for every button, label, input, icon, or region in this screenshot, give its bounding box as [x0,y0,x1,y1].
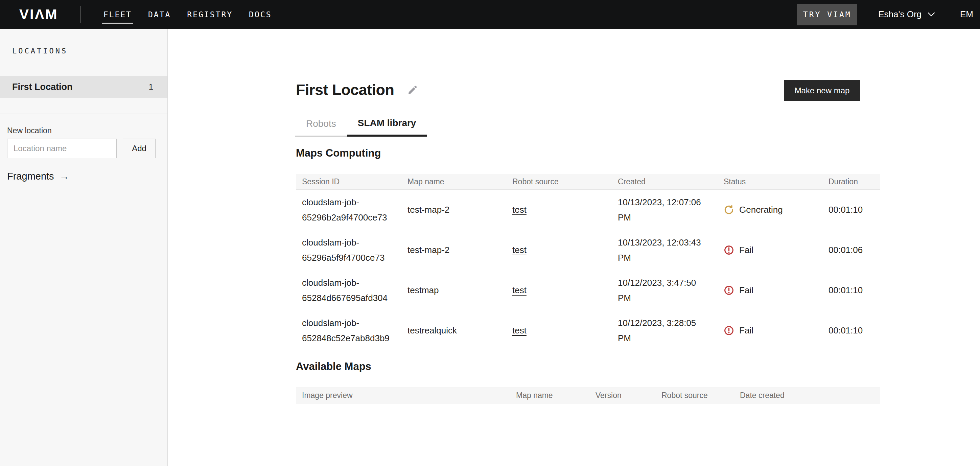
arrow-right-icon: → [59,171,69,182]
table-row: cloudslam-job-65296b2a9f4700ce73 test-ma… [296,190,880,230]
column-header-map-name: Map name [407,177,512,186]
duration-cell: 00:01:06 [829,242,880,258]
top-nav: VIΛM FLEET DATA REGISTRY DOCS TRY VIAM E… [0,0,980,29]
tab-robots[interactable]: Robots [295,111,347,137]
maps-computing-body: cloudslam-job-65296b2a9f4700ce73 test-ma… [296,190,880,351]
status-cell: Fail [724,242,829,258]
page-title-row: First Location [296,81,418,99]
robot-source-link[interactable]: test [512,325,527,336]
robot-source-link[interactable]: test [512,285,527,295]
available-maps-header-row: Image preview Map name Version Robot sou… [296,388,880,404]
column-header-robot-source: Robot source [512,177,618,186]
table-row: cloudslam-job-652848c52e7ab8d3b9 testrea… [296,310,880,351]
maps-computing-table: Session ID Map name Robot source Created… [296,174,880,351]
status-label: Fail [739,283,753,298]
status-cell: Fail [724,323,829,338]
nav-item-fleet[interactable]: FLEET [103,0,132,29]
status-cell: Fail [724,283,829,298]
nav-item-docs[interactable]: DOCS [249,0,272,29]
nav-item-registry[interactable]: REGISTRY [187,0,233,29]
column-header-map-name: Map name [516,391,595,400]
error-icon [724,325,734,336]
created-cell: 10/13/2023, 12:03:43 PM [618,235,724,265]
locations-sidebar: LOCATIONS First Location 1 New location … [0,29,168,466]
column-header-status: Status [724,177,829,186]
viam-logo[interactable]: VIΛM [19,8,58,22]
table-row: cloudslam-job-65284d667695afd304 testmap… [296,270,880,310]
make-new-map-button[interactable]: Make new map [784,80,860,101]
location-tabs: Robots SLAM library [295,111,427,137]
maps-computing-heading: Maps Computing [296,147,381,159]
map-name-cell: test-map-2 [407,242,512,258]
robot-source-link[interactable]: test [512,245,527,255]
available-maps-table: Image preview Map name Version Robot sou… [296,388,880,466]
table-row: cloudslam-job-65296a5f9f4700ce73 test-ma… [296,230,880,270]
column-header-image-preview: Image preview [302,391,516,400]
duration-cell: 00:01:10 [829,283,880,298]
status-label: Fail [739,323,753,338]
created-cell: 10/13/2023, 12:07:06 PM [618,195,724,225]
created-cell: 10/12/2023, 3:47:50 PM [618,275,724,305]
map-name-cell: testmap [407,283,512,298]
edit-location-name-button[interactable] [407,84,418,95]
created-cell: 10/12/2023, 3:28:05 PM [618,315,724,346]
org-name: Esha's Org [878,9,921,20]
location-robot-count: 1 [149,82,153,92]
new-location-label: New location [7,126,52,135]
pencil-icon [407,84,418,95]
status-label: Fail [739,242,753,258]
try-viam-button[interactable]: TRY VIAM [797,4,857,25]
location-item-first-location[interactable]: First Location 1 [0,76,167,98]
error-icon [724,285,734,296]
session-id-cell: cloudslam-job-65284d667695afd304 [302,275,407,305]
location-name: First Location [12,82,73,92]
sidebar-divider [0,114,167,114]
session-id-cell: cloudslam-job-65296b2a9f4700ce73 [302,195,407,225]
column-header-duration: Duration [829,177,880,186]
tab-slam-library[interactable]: SLAM library [347,111,427,137]
refresh-icon [724,205,734,215]
nav-item-data[interactable]: DATA [148,0,171,29]
session-id-cell: cloudslam-job-652848c52e7ab8d3b9 [302,315,407,346]
robot-source-link[interactable]: test [512,205,527,215]
error-icon [724,245,734,255]
available-maps-body [296,404,880,466]
column-header-created: Created [618,177,724,186]
duration-cell: 00:01:10 [829,323,880,338]
column-header-version: Version [595,391,662,400]
locations-heading: LOCATIONS [12,47,68,55]
fragments-link[interactable]: Fragments → [7,171,69,182]
user-menu[interactable]: EM [960,9,973,20]
available-maps-heading: Available Maps [296,361,371,373]
page-title: First Location [296,81,394,99]
nav-right-group: TRY VIAM Esha's Org EM [797,4,980,25]
status-cell: Generating [724,202,829,218]
column-header-date-created: Date created [740,391,880,400]
map-name-cell: testrealquick [407,323,512,338]
column-header-session-id: Session ID [302,177,407,186]
maps-computing-header-row: Session ID Map name Robot source Created… [296,174,880,190]
duration-cell: 00:01:10 [829,202,880,218]
add-location-button[interactable]: Add [123,138,156,158]
fragments-label: Fragments [7,171,54,182]
primary-nav: FLEET DATA REGISTRY DOCS [103,0,272,29]
main-content: First Location Make new map Robots SLAM … [168,29,980,466]
new-location-input[interactable] [7,138,117,158]
status-label: Generating [739,202,783,218]
map-name-cell: test-map-2 [407,202,512,218]
org-switcher[interactable]: Esha's Org [878,9,935,20]
chevron-down-icon [928,12,935,17]
column-header-robot-source: Robot source [662,391,740,400]
nav-divider [80,6,81,23]
session-id-cell: cloudslam-job-65296a5f9f4700ce73 [302,235,407,265]
